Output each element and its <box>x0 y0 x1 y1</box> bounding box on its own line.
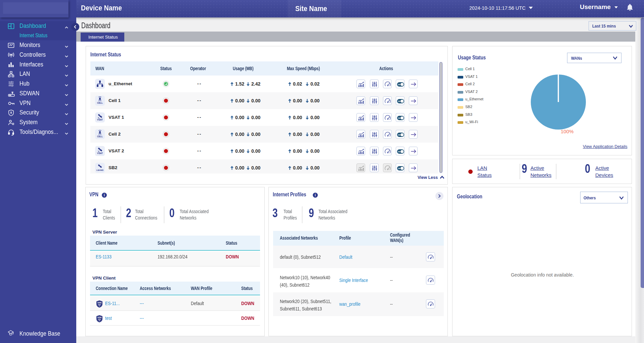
svg-text:VSAT: VSAT <box>97 152 103 154</box>
svg-text:LBAND: LBAND <box>96 169 104 171</box>
svg-text:CELL: CELL <box>97 102 103 104</box>
svg-text:ON: ON <box>398 151 400 152</box>
svg-text:ON: ON <box>398 117 400 119</box>
svg-text:ON: ON <box>398 84 400 85</box>
svg-text:ON: ON <box>398 167 400 169</box>
svg-text:VSAT: VSAT <box>97 118 103 121</box>
svg-text:VPN: VPN <box>97 316 101 318</box>
svg-text:ON: ON <box>398 134 400 136</box>
svg-text:CELL: CELL <box>97 135 103 138</box>
svg-text:VPN: VPN <box>97 302 101 304</box>
svg-text:ON: ON <box>398 100 400 102</box>
